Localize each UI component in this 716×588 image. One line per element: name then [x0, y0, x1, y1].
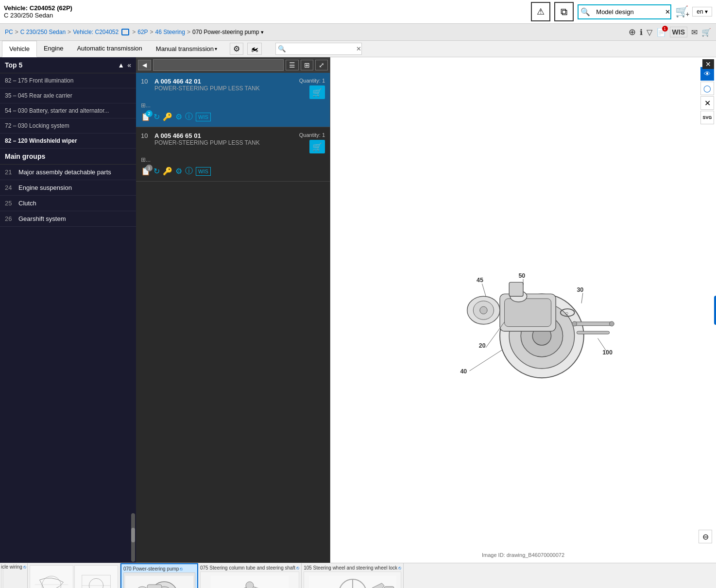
sidebar-top5-item-5[interactable]: 82 – 120 Windshield wiper [0, 134, 136, 149]
sidebar-group-21[interactable]: 21 Major assembly detachable parts [0, 165, 136, 180]
thumbnail-1-ext-icon[interactable]: ⎋ [23, 564, 26, 570]
tab-icon-btn2[interactable]: 🏍 [247, 43, 262, 55]
thumbnail-wiring-1[interactable] [30, 565, 73, 588]
warning-button[interactable]: ⚠ [531, 2, 550, 21]
diagram-circle-btn[interactable]: ◯ [700, 82, 714, 95]
part-2-qty: Quantity: 1 🛒 [299, 132, 325, 153]
parts-search-input[interactable] [153, 59, 284, 71]
tab-icon-btn1[interactable]: ⚙ [230, 43, 243, 55]
breadcrumb-c230[interactable]: C 230/250 Sedan [20, 29, 66, 35]
part-1-header: 10 A 005 466 42 01 POWER-STEERING PUMP L… [141, 78, 325, 99]
part-2-info-btn[interactable]: ⓘ [185, 166, 193, 176]
filter-btn[interactable]: ▽ [647, 28, 652, 37]
thumbnail-075-label: 075 Steering column tube and steering sh… [200, 565, 299, 571]
tab-search-icon[interactable]: 🔍 [276, 43, 288, 54]
sidebar-top5-item-1[interactable]: 82 – 175 Front illumination [0, 73, 136, 88]
tab-engine[interactable]: Engine [37, 41, 70, 57]
part-1-grid[interactable]: ⊞... [141, 102, 325, 109]
thumbnail-1-label: icle wiring ⎋ [1, 564, 26, 570]
thumbnail-070[interactable]: 070 Power-steering pump ⎋ [120, 563, 198, 588]
part-2-cart-btn[interactable]: 🛒 [309, 140, 325, 153]
breadcrumb-pc[interactable]: PC [5, 29, 13, 35]
diagram-content: 10 45 50 30 ○ 20 40 100 👁 ◯ [330, 57, 716, 563]
part-2-notes-btn[interactable]: 📋 1 [141, 167, 151, 176]
part-1-cart-btn[interactable]: 🛒 [309, 85, 325, 99]
language-selector[interactable]: en ▾ [692, 7, 712, 17]
tab-search-box: 🔍 ✕ [275, 43, 362, 55]
copy-button[interactable]: ⧉ [554, 2, 574, 21]
part-1-notes-btn[interactable]: 📋 2 [141, 112, 151, 121]
part-1-pos: 10 [141, 78, 151, 85]
tab-vehicle[interactable]: Vehicle [2, 41, 37, 57]
part-2-header: 10 A 005 466 65 01 POWER-STEERING PUMP L… [141, 132, 325, 153]
diagram-close-btn[interactable]: ✕ [702, 59, 714, 69]
zoom-in-btn[interactable]: ⊕ [629, 27, 636, 37]
info-btn[interactable]: ℹ [640, 28, 643, 37]
cart-nav-btn[interactable]: 🛒 [701, 28, 711, 37]
part-1-share-btn[interactable]: ⚙ [175, 112, 182, 121]
part-2-grid[interactable]: ⊞... [141, 156, 325, 163]
diagram-x-btn[interactable]: ✕ [700, 96, 714, 110]
header-search-icon[interactable]: 🔍 [579, 5, 592, 18]
thumbnail-1-edge [1, 570, 3, 588]
svg-rect-34 [75, 566, 118, 588]
part-1-qty-label: Quantity: 1 [299, 78, 325, 84]
sidebar-top5-item-3[interactable]: 54 – 030 Battery, starter and alternator… [0, 103, 136, 118]
sidebar-group-26[interactable]: 26 Gearshift system [0, 211, 136, 227]
thumbnail-wiring-2[interactable] [74, 565, 118, 588]
tab-extra-icons: ⚙ 🏍 [226, 41, 266, 57]
wis-btn[interactable]: WIS [670, 27, 687, 37]
breadcrumb-46steering[interactable]: 46 Steering [155, 29, 185, 35]
thumbnail-075[interactable]: 075 Steering column tube and steering sh… [198, 563, 302, 588]
part-item-2[interactable]: 10 A 005 466 65 01 POWER-STEERING PUMP L… [136, 127, 330, 182]
part-2-key-btn[interactable]: 🔑 [163, 167, 172, 176]
header-cart-button[interactable]: 🛒 + [675, 5, 688, 18]
doc-btn[interactable]: 📄 1 [656, 28, 666, 37]
part-2-wis-btn[interactable]: WIS [196, 167, 211, 176]
tab-manual-dropdown[interactable]: Manual transmission ▾ [149, 41, 224, 56]
thumbnail-105-ext-icon[interactable]: ⎋ [398, 565, 401, 571]
parts-list-view-btn[interactable]: ☰ [286, 60, 299, 70]
thumbnail-070-ext-icon[interactable]: ⎋ [180, 566, 183, 571]
diagram-eye-btn[interactable]: 👁 [700, 67, 714, 81]
svg-rect-10 [575, 322, 612, 326]
sidebar-collapse-btn[interactable]: ▲ [118, 61, 124, 69]
thumbnail-075-ext-icon[interactable]: ⎋ [296, 565, 299, 571]
svg-point-12 [610, 321, 614, 326]
tab-automatic[interactable]: Automatic transmission [70, 41, 149, 57]
breadcrumb-vehicle[interactable]: Vehicle: C204052 [73, 29, 119, 35]
part-2-number: A 005 466 65 01 [154, 132, 299, 139]
part-item-1[interactable]: 10 A 005 466 42 01 POWER-STEERING PUMP L… [136, 73, 330, 127]
thumbnail-1[interactable]: icle wiring ⎋ [0, 563, 28, 588]
diagram-svg-btn[interactable]: SVG [700, 111, 714, 124]
parts-expand-btn[interactable]: ⤢ [315, 60, 328, 70]
part-2-badge: 1 [146, 165, 153, 171]
tab-search-clear[interactable]: ✕ [356, 45, 361, 52]
thumbnail-070-label: 070 Power-steering pump ⎋ [123, 566, 195, 571]
parts-toolbar-nav[interactable]: ◀ [138, 60, 151, 70]
header: Vehicle: C204052 (62P) C 230/250 Sedan ⚠… [0, 0, 716, 24]
sidebar-group-25[interactable]: 25 Clutch [0, 196, 136, 211]
header-search-clear[interactable]: ✕ [665, 8, 670, 16]
part-1-key-btn[interactable]: 🔑 [163, 112, 172, 121]
thumbnail-105[interactable]: 105 Steering wheel and steering wheel lo… [302, 563, 404, 588]
sidebar-top5-item-2[interactable]: 35 – 045 Rear axle carrier [0, 88, 136, 103]
sidebar-top5-item-4[interactable]: 72 – 030 Locking system [0, 118, 136, 134]
sidebar-group-24[interactable]: 24 Engine suspension [0, 180, 136, 196]
part-1-wis-btn[interactable]: WIS [196, 113, 211, 121]
copy-small-icon[interactable] [121, 29, 129, 35]
diagram-zoom-btn[interactable]: ⊖ [699, 530, 712, 543]
part-2-replace-btn[interactable]: ↻ [153, 167, 160, 176]
breadcrumb-62p[interactable]: 62P [137, 29, 148, 35]
part-1-info-btn[interactable]: ⓘ [185, 112, 193, 122]
breadcrumb-dropdown[interactable]: ▾ [261, 29, 264, 35]
part-2-share-btn[interactable]: ⚙ [175, 167, 182, 176]
diagram-panel: ✕ [330, 57, 716, 563]
email-btn[interactable]: ✉ [691, 28, 698, 37]
part-1-replace-btn[interactable]: ↻ [153, 112, 160, 121]
tab-search-input[interactable] [288, 43, 356, 54]
header-search-input[interactable] [592, 6, 665, 17]
parts-list: 10 A 005 466 42 01 POWER-STEERING PUMP L… [136, 73, 330, 563]
sidebar-shrink-btn[interactable]: « [127, 61, 131, 69]
parts-grid-view-btn[interactable]: ⊞ [301, 60, 313, 70]
